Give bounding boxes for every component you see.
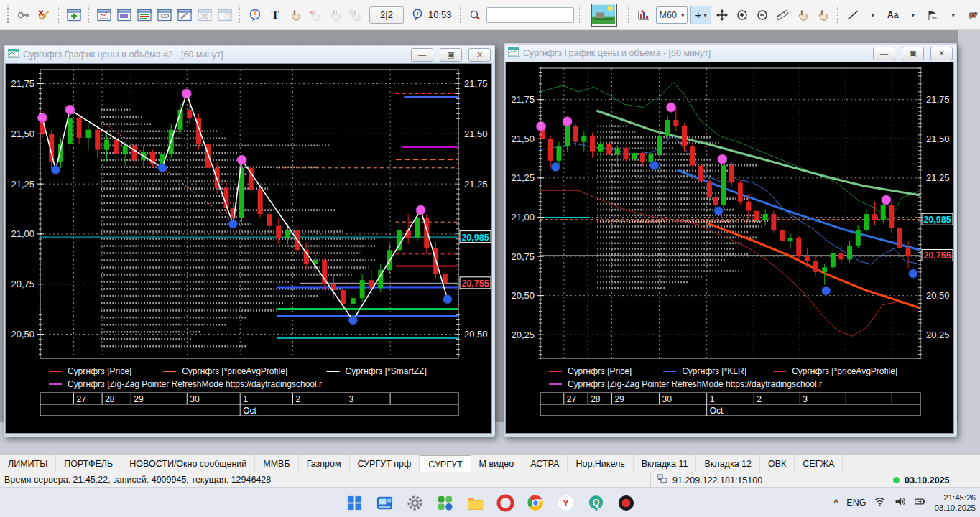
settings-window-icon[interactable] (175, 6, 194, 24)
eraser-icon[interactable] (964, 6, 980, 24)
restore-button[interactable]: ▣ (440, 48, 462, 62)
taskbar-start-icon[interactable] (345, 493, 364, 513)
volume-profile-layer (101, 110, 376, 346)
chart-window-2[interactable]: Сургнфгз График цены и объёма - [60 мину… (504, 43, 957, 437)
point-hand-icon[interactable] (793, 6, 812, 24)
order-hand-icon[interactable] (286, 6, 305, 24)
flag-tool-icon[interactable] (924, 6, 943, 24)
tab-астра[interactable]: АСТРА (522, 455, 568, 472)
tab-сегжа[interactable]: СЕГЖА (795, 455, 843, 472)
toolbar-grip[interactable] (7, 6, 9, 24)
tab-сургут-прф[interactable]: СУРГУТ прф (350, 455, 420, 472)
wifi-icon[interactable] (874, 496, 886, 509)
window-titlebar[interactable]: Сургнфгз График цены и объёма - [60 мину… (505, 45, 956, 62)
taskbar-quik-icon[interactable]: Q (586, 493, 606, 513)
taskbar-office-icon[interactable] (435, 493, 455, 513)
text-tool-icon[interactable]: T (266, 6, 285, 24)
svg-text:!: ! (254, 10, 256, 18)
window-counter[interactable]: 2|2 (369, 6, 404, 24)
zoom-out-icon[interactable] (753, 6, 772, 24)
svg-text:20,985: 20,985 (461, 233, 489, 243)
chart-area-2[interactable]: 21,7521,5021,2521,0020,7520,5020,2521,75… (505, 62, 954, 434)
battery-icon[interactable] (914, 496, 926, 509)
text-style-icon[interactable]: Aa (884, 6, 902, 24)
tab-м-видео[interactable]: М видео (471, 455, 523, 472)
tray-chevron-icon[interactable]: ^ (833, 498, 838, 508)
table-window-icon[interactable] (135, 6, 154, 24)
flag-tool-dropdown-icon[interactable]: ▾ (944, 6, 963, 24)
alert-bubble-icon[interactable]: ! (246, 6, 264, 24)
tab-газпром[interactable]: Газпром (299, 455, 350, 472)
taskbar-settings-icon[interactable] (405, 493, 425, 513)
find-window-icon[interactable] (155, 6, 174, 24)
add-window-icon[interactable] (65, 6, 83, 24)
taskbar-clock[interactable]: 21:45:26 03.10.2025 (934, 493, 976, 513)
chart-window-1[interactable]: Сургнфгз График цены и объёма #2 - [60 м… (4, 45, 495, 437)
chart-legend: Сургнфгз [Price]Сургнфгз [*priceAvgProfi… (49, 366, 427, 389)
tab-вкладка-11[interactable]: Вкладка 11 (634, 455, 697, 472)
taskbar-yandex-icon[interactable]: Y (556, 493, 575, 513)
toolbar-separator (239, 6, 241, 24)
disconnect-key-icon[interactable] (34, 6, 53, 24)
taskbar-recorder-icon[interactable] (616, 493, 636, 513)
tab-лимиты[interactable]: ЛИМИТЫ (0, 455, 56, 472)
picture-thumbnail[interactable] (591, 4, 617, 27)
svg-text:Oct: Oct (243, 406, 256, 416)
minimize-button[interactable]: — (873, 47, 895, 60)
taskbar-explorer-icon[interactable] (466, 493, 485, 513)
cancel-order-hand-icon (306, 6, 325, 24)
report-window-icon (216, 6, 234, 24)
move-tool-icon[interactable] (713, 6, 731, 24)
search-input[interactable] (486, 7, 574, 23)
taskbar-widgets-icon[interactable] (375, 493, 394, 513)
workspace-right-strip (958, 30, 980, 455)
price-chart[interactable]: 21,7521,5021,2521,0020,7520,5020,2521,75… (506, 62, 953, 433)
histogram-icon[interactable] (634, 6, 653, 24)
svg-text:20,755: 20,755 (923, 251, 951, 261)
chart-window-icon[interactable] (95, 6, 114, 24)
svg-text:21,75: 21,75 (11, 78, 34, 89)
add-indicator-button[interactable]: +▾ (690, 6, 711, 24)
search-icon[interactable] (466, 6, 485, 24)
toolbar-separator (88, 6, 90, 24)
text-style-dropdown-icon[interactable]: ▾ (904, 6, 923, 24)
svg-text:28: 28 (105, 394, 115, 404)
tab-ммвб[interactable]: ММВБ (255, 455, 298, 472)
tab-сургут[interactable]: СУРГУТ (420, 455, 471, 472)
zoom-in-icon[interactable] (733, 6, 752, 24)
tab-портфель[interactable]: ПОРТФЕЛЬ (56, 455, 121, 472)
chart-window-icon (8, 48, 19, 61)
info-icon[interactable]: i (408, 6, 427, 24)
tab-нор-никель[interactable]: Нор.Никель (568, 455, 633, 472)
svg-text:20,25: 20,25 (926, 330, 950, 340)
svg-text:21,50: 21,50 (11, 129, 34, 139)
line-tool-icon[interactable] (843, 6, 862, 24)
svg-text:27: 27 (567, 394, 577, 404)
pan-hand-icon[interactable] (813, 6, 832, 24)
connect-key-icon[interactable] (14, 6, 33, 24)
taskbar-opera-icon[interactable] (496, 493, 515, 513)
date-axis-table: 27282930123Oct (40, 393, 458, 416)
close-button[interactable]: × (468, 48, 491, 62)
timeframe-select[interactable]: M60▾ (656, 6, 688, 24)
chart-window-icon (508, 47, 519, 60)
price-chart[interactable]: 21,7521,5021,2521,0020,7520,5021,7521,50… (6, 64, 491, 433)
ruler-icon[interactable] (773, 6, 792, 24)
line-tool-dropdown-icon[interactable]: ▾ (864, 6, 882, 24)
language-indicator[interactable]: ENG (846, 498, 866, 508)
window-title: Сургнфгз График цены и объёма #2 - [60 м… (23, 50, 405, 60)
volume-icon[interactable] (894, 496, 906, 509)
tab-вкладка-12[interactable]: Вкладка 12 (696, 455, 760, 472)
taskbar-chrome-icon[interactable] (526, 493, 545, 513)
restore-button[interactable]: ▣ (902, 47, 924, 60)
window-titlebar[interactable]: Сургнфгз График цены и объёма #2 - [60 м… (5, 46, 494, 63)
svg-text:Oct: Oct (710, 406, 724, 416)
svg-text:2: 2 (757, 394, 762, 404)
tab-овк[interactable]: ОВК (760, 455, 795, 472)
minimize-button[interactable]: — (411, 48, 433, 62)
chart-area-1[interactable]: 21,7521,5021,2521,0020,7520,5021,7521,50… (5, 63, 492, 434)
tab-новости-окно-сообщений[interactable]: НОВОСТИ/Окно сообщений (121, 455, 255, 472)
quote-window-icon[interactable] (115, 6, 134, 24)
svg-text:27: 27 (77, 394, 87, 404)
close-button[interactable]: × (930, 47, 953, 60)
